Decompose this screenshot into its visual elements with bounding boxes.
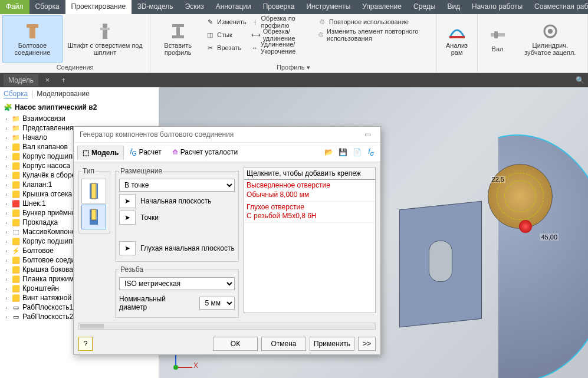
- type-through-tile[interactable]: [81, 179, 106, 203]
- expand-icon[interactable]: ›: [4, 248, 9, 254]
- dlg-tab-calc[interactable]: fGРасчет: [125, 145, 166, 159]
- fx-button[interactable]: fσ: [365, 146, 377, 158]
- dialog-close-button[interactable]: ▭: [361, 130, 375, 139]
- expand-icon[interactable]: ›: [4, 134, 9, 141]
- nominal-dia-select[interactable]: 5 мм: [199, 297, 235, 310]
- info-button[interactable]: 📄: [351, 146, 363, 158]
- tab-design[interactable]: Проектирование: [65, 0, 132, 14]
- tree-item-label: Начало: [22, 133, 47, 142]
- help-button[interactable]: ?: [78, 337, 93, 351]
- tab-annotations[interactable]: Аннотации: [210, 0, 257, 14]
- dlg-tab-fatigue[interactable]: ⟰Расчет усталости: [167, 146, 242, 159]
- butt-icon: ◫: [205, 30, 215, 40]
- butt-button[interactable]: ◫Стык: [203, 28, 249, 41]
- fastener-row-1[interactable]: Высверленное отверстие Обычный 8,000 мм: [244, 180, 375, 201]
- expand-icon[interactable]: ›: [4, 295, 9, 301]
- change-reuse-button[interactable]: ♲Изменить элемент повторного использован…: [315, 28, 434, 41]
- arrow-cursor-icon: ➤: [124, 213, 130, 222]
- expand-icon[interactable]: ›: [4, 144, 9, 150]
- trim-extend-button[interactable]: ⟷Обрезка/удлинение: [249, 28, 315, 41]
- start-plane-label: Начальная плоскость: [140, 197, 212, 205]
- node-icon: ▭: [12, 303, 20, 311]
- node-icon: 🟨: [12, 143, 20, 151]
- expand-button[interactable]: >>: [358, 337, 376, 351]
- thread-standard-select[interactable]: ISO метрическая: [119, 277, 235, 290]
- node-icon: 🟨: [12, 256, 20, 264]
- type-blind-tile[interactable]: [81, 205, 106, 229]
- tree-tab-modeling[interactable]: Моделирование: [37, 90, 90, 98]
- expand-icon[interactable]: ›: [4, 238, 9, 245]
- change-profile-button[interactable]: ✎Изменить: [203, 15, 249, 28]
- node-icon: ⬚: [12, 228, 20, 236]
- fastener-grid-header[interactable]: Щелкните, чтобы добавить крепеж: [244, 167, 375, 180]
- tab-getstarted[interactable]: Начало работы: [466, 0, 528, 14]
- tab-inspect[interactable]: Проверка: [257, 0, 301, 14]
- tab-manage[interactable]: Управление: [356, 0, 408, 14]
- apply-button[interactable]: Применить: [310, 337, 354, 351]
- gear-button[interactable]: Цилиндрич. зубчатое зацепл.: [515, 15, 585, 63]
- pick-start-plane[interactable]: ➤: [119, 194, 136, 208]
- dimension-2: 45,00: [540, 234, 559, 241]
- bolt-generator-dialog: Генератор компонентов болтового соединен…: [73, 126, 381, 355]
- expand-icon[interactable]: ›: [4, 116, 9, 122]
- tab-environments[interactable]: Среды: [408, 0, 441, 14]
- expand-icon[interactable]: ›: [4, 276, 9, 282]
- tab-sketch[interactable]: Эскиз: [179, 0, 210, 14]
- save-button[interactable]: 💾: [337, 146, 349, 158]
- expand-icon[interactable]: ›: [4, 182, 9, 188]
- fastener-row-2[interactable]: Глухое отверстие С резьбой M5x0,8 6H: [244, 202, 375, 223]
- tab-assembly[interactable]: Сборка: [29, 0, 65, 14]
- extend-icon: ↔: [251, 43, 258, 52]
- expand-icon[interactable]: ›: [4, 210, 9, 216]
- dialog-hscroll[interactable]: [78, 323, 376, 330]
- expand-icon[interactable]: ›: [4, 314, 9, 320]
- frame-analysis-button[interactable]: Анализ рам: [439, 15, 475, 63]
- open-button[interactable]: 📂: [323, 146, 334, 158]
- placement-mode-select[interactable]: В точке: [119, 179, 235, 192]
- tree-item-label: Представления: [22, 124, 73, 132]
- shaft-button[interactable]: Вал: [480, 15, 515, 63]
- fx-icon: fσ: [368, 147, 373, 157]
- expand-icon[interactable]: ›: [4, 191, 9, 198]
- expand-icon[interactable]: ›: [4, 229, 9, 235]
- expand-icon[interactable]: ›: [4, 172, 9, 179]
- pick-points[interactable]: ➤: [119, 211, 136, 225]
- cancel-button[interactable]: Отмена: [261, 337, 306, 351]
- insert-profile-button[interactable]: Вставить профиль: [153, 15, 203, 63]
- tree-root[interactable]: 🧩 Насос элиптический в2: [0, 101, 159, 114]
- reuse-button[interactable]: ♲Повторное использование: [315, 15, 434, 28]
- tab-tools[interactable]: Инструменты: [300, 0, 356, 14]
- tree-item-label: Крышка боковая: [22, 265, 77, 274]
- panel-tab-add[interactable]: +: [57, 74, 70, 86]
- tab-file[interactable]: Файл: [0, 0, 29, 14]
- expand-icon[interactable]: ›: [4, 304, 9, 311]
- expand-icon[interactable]: ›: [4, 163, 9, 169]
- trim-profile-button[interactable]: ⟊Обрезка по профилю: [249, 15, 315, 28]
- tab-3dmodel[interactable]: 3D-модель: [132, 0, 179, 14]
- expand-icon[interactable]: ›: [4, 285, 9, 292]
- pin-connection-button[interactable]: Штифт с отверстием под шплинт: [63, 15, 147, 63]
- extend-shorten-button[interactable]: ↔Удлинение/Укорочение: [249, 41, 315, 54]
- pick-end-plane[interactable]: ➤: [119, 241, 136, 255]
- expand-icon[interactable]: ›: [4, 267, 9, 273]
- expand-icon[interactable]: ›: [4, 219, 9, 226]
- group-profile-label: Профиль ▾: [153, 63, 433, 73]
- panel-tab-close[interactable]: ×: [41, 74, 54, 86]
- tree-item[interactable]: ›📁Взаимосвязи: [0, 114, 159, 123]
- cut-button[interactable]: ✂Врезать: [203, 41, 249, 54]
- tab-view[interactable]: Вид: [441, 0, 466, 14]
- node-icon: 🟨: [12, 162, 20, 170]
- bolt-connection-button[interactable]: Болтовое соединение: [2, 15, 63, 63]
- expand-icon[interactable]: ›: [4, 125, 9, 132]
- expand-icon[interactable]: ›: [4, 153, 9, 160]
- ok-button[interactable]: ОК: [213, 337, 258, 351]
- panel-tab-model[interactable]: Модель: [4, 74, 38, 86]
- panel-search-icon[interactable]: 🔍: [576, 76, 584, 84]
- info-icon: 📄: [353, 148, 362, 156]
- tab-collab[interactable]: Совместная работа: [528, 0, 588, 14]
- ibeam-icon: [169, 22, 188, 41]
- tree-tab-assembly[interactable]: Сборка: [4, 90, 28, 98]
- expand-icon[interactable]: ›: [4, 257, 9, 264]
- dlg-tab-model[interactable]: ⬚Модель: [77, 146, 124, 160]
- expand-icon[interactable]: ›: [4, 200, 9, 207]
